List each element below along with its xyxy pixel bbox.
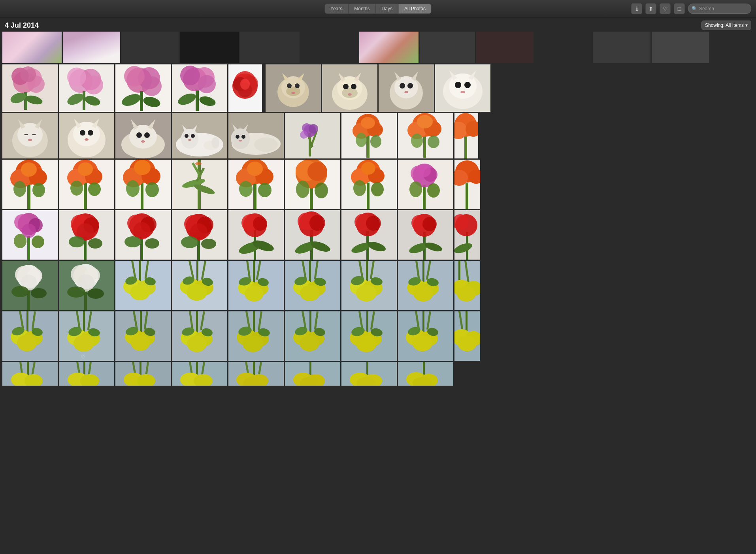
list-item[interactable] xyxy=(2,311,58,361)
list-item[interactable] xyxy=(228,64,262,112)
list-item[interactable] xyxy=(285,160,340,209)
tab-all-photos[interactable]: All Photos xyxy=(398,4,432,14)
svg-point-235 xyxy=(145,238,159,249)
tab-years[interactable]: Years xyxy=(324,4,348,14)
svg-rect-365 xyxy=(83,311,85,334)
list-item[interactable] xyxy=(228,210,284,260)
list-item[interactable]: ♡ xyxy=(59,311,114,361)
list-item[interactable] xyxy=(228,113,284,158)
list-item[interactable] xyxy=(301,32,358,63)
list-item[interactable] xyxy=(228,311,284,361)
list-item[interactable] xyxy=(228,362,284,386)
list-item[interactable] xyxy=(59,113,114,158)
list-item[interactable] xyxy=(341,210,397,260)
list-item[interactable] xyxy=(228,261,284,310)
search-input[interactable] xyxy=(699,6,747,11)
list-item[interactable] xyxy=(115,261,171,310)
list-item[interactable] xyxy=(172,160,227,209)
list-item[interactable] xyxy=(228,160,284,209)
list-item[interactable] xyxy=(59,210,114,260)
list-item[interactable] xyxy=(2,210,58,260)
list-item[interactable] xyxy=(2,261,58,310)
list-item[interactable] xyxy=(172,261,227,310)
svg-point-91 xyxy=(129,125,157,149)
list-item[interactable] xyxy=(115,64,171,112)
list-item[interactable] xyxy=(180,32,239,63)
showing-label: Showing: All Items xyxy=(705,23,744,28)
svg-point-431 xyxy=(458,335,477,351)
list-item[interactable] xyxy=(398,113,453,158)
svg-rect-400 xyxy=(309,311,311,334)
list-item[interactable] xyxy=(2,160,58,209)
list-item[interactable] xyxy=(172,210,227,260)
list-item[interactable] xyxy=(2,64,58,112)
list-item[interactable] xyxy=(172,362,227,386)
list-item[interactable] xyxy=(379,64,434,112)
list-item[interactable] xyxy=(454,210,480,260)
list-item[interactable] xyxy=(266,64,321,112)
list-item[interactable] xyxy=(115,113,171,158)
list-item[interactable] xyxy=(420,32,475,63)
list-item[interactable] xyxy=(59,362,114,386)
list-item[interactable] xyxy=(59,64,114,112)
list-item[interactable] xyxy=(285,362,340,386)
list-item[interactable] xyxy=(398,311,453,361)
strip-row-top xyxy=(0,32,756,63)
svg-point-131 xyxy=(370,135,381,148)
list-item[interactable] xyxy=(115,362,171,386)
list-item[interactable] xyxy=(285,113,340,158)
list-item[interactable] xyxy=(59,160,114,209)
list-item[interactable] xyxy=(398,160,453,209)
svg-point-168 xyxy=(145,182,159,197)
list-item[interactable] xyxy=(454,113,478,158)
search-box[interactable]: 🔍 xyxy=(688,4,751,14)
list-item[interactable] xyxy=(535,32,592,63)
favorite-button[interactable]: ♡ xyxy=(660,3,671,14)
list-item[interactable] xyxy=(285,261,340,310)
list-item[interactable] xyxy=(476,32,534,63)
list-item[interactable] xyxy=(435,64,490,112)
list-item[interactable] xyxy=(2,362,58,386)
list-item[interactable] xyxy=(172,64,227,112)
list-item[interactable] xyxy=(115,210,171,260)
list-item[interactable] xyxy=(398,261,453,310)
svg-rect-146 xyxy=(27,183,30,209)
list-item[interactable] xyxy=(398,362,453,386)
list-item[interactable] xyxy=(341,113,397,158)
list-item[interactable] xyxy=(454,261,480,310)
svg-point-57 xyxy=(351,84,356,89)
list-item[interactable] xyxy=(454,160,480,209)
share-button[interactable]: ⬆ xyxy=(645,3,656,14)
list-item[interactable] xyxy=(454,311,480,361)
list-item[interactable] xyxy=(652,32,709,63)
svg-point-344 xyxy=(413,286,433,301)
list-item[interactable] xyxy=(285,311,340,361)
list-item[interactable] xyxy=(341,261,397,310)
tab-months[interactable]: Months xyxy=(348,4,375,14)
svg-rect-323 xyxy=(309,261,311,284)
rotate-button[interactable]: □ xyxy=(674,3,685,14)
list-item[interactable] xyxy=(2,32,62,63)
list-item[interactable] xyxy=(341,160,397,209)
svg-point-113 xyxy=(241,135,245,139)
info-button[interactable]: ℹ xyxy=(631,3,642,14)
list-item[interactable] xyxy=(63,32,120,63)
list-item[interactable] xyxy=(172,311,227,361)
list-item[interactable] xyxy=(2,113,58,158)
list-item[interactable] xyxy=(240,32,300,63)
list-item[interactable] xyxy=(359,32,419,63)
list-item[interactable] xyxy=(398,210,453,260)
showing-dropdown[interactable]: Showing: All Items ▾ xyxy=(701,21,751,30)
list-item[interactable] xyxy=(341,311,397,361)
list-item[interactable] xyxy=(115,160,171,209)
list-item[interactable] xyxy=(115,311,171,361)
list-item[interactable] xyxy=(593,32,650,63)
list-item[interactable] xyxy=(121,32,179,63)
list-item[interactable] xyxy=(322,64,377,112)
list-item[interactable] xyxy=(172,113,227,158)
tab-days[interactable]: Days xyxy=(376,4,398,14)
list-item[interactable] xyxy=(341,362,397,386)
list-item[interactable] xyxy=(59,261,114,310)
svg-rect-375 xyxy=(140,311,142,334)
list-item[interactable] xyxy=(285,210,340,260)
